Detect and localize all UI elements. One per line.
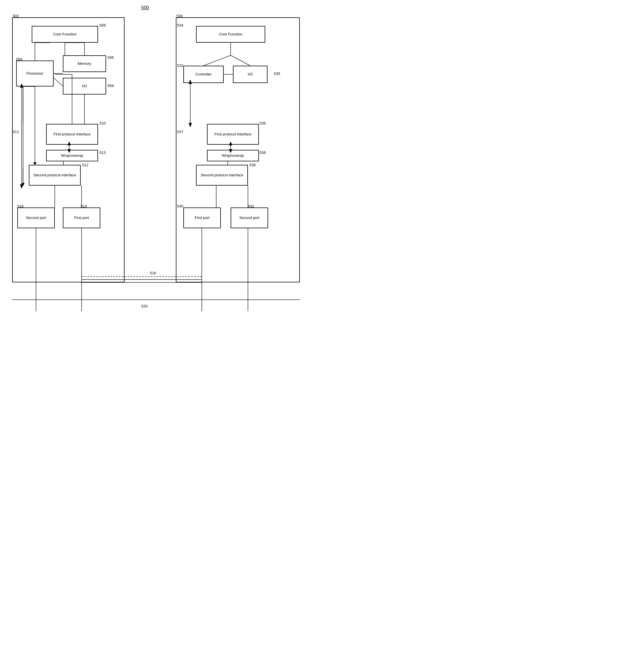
label-506: 506	[108, 55, 114, 59]
left-memory-box: Memory	[63, 55, 106, 72]
right-wrap-unwrap-label: Wrap/unwrap	[222, 153, 244, 158]
label-510: 510	[99, 121, 106, 125]
label-542: 542	[248, 204, 254, 208]
left-core-function-label: Core Function	[53, 32, 77, 37]
right-first-port-box: First port	[183, 208, 221, 228]
label-539: 539	[259, 150, 266, 155]
label-504: 504	[16, 57, 22, 62]
left-second-protocol-box: Second protocol interface	[29, 165, 81, 186]
right-first-port-label: First port	[194, 216, 209, 220]
label-537: 537	[177, 130, 183, 134]
label-502: 502	[13, 14, 19, 18]
label-511: 511	[13, 130, 19, 134]
left-io-box: I/O	[63, 78, 106, 95]
label-535: 535	[274, 71, 280, 76]
label-513: 513	[99, 150, 106, 155]
right-io-label: I/O	[248, 72, 253, 77]
right-second-protocol-label: Second protocol interface	[201, 173, 243, 178]
label-516: 516	[150, 271, 156, 275]
left-second-port-label: Second port	[26, 216, 46, 220]
left-wrap-unwrap-label: Wrap/unwrap	[61, 153, 83, 158]
left-second-protocol-label: Second protocol interface	[33, 173, 76, 178]
label-520: 520	[141, 304, 147, 308]
right-controller-label: Controller	[195, 72, 212, 77]
label-540: 540	[177, 204, 183, 208]
left-second-port-box: Second port	[17, 208, 55, 228]
right-controller-box: Controller	[183, 66, 224, 83]
left-first-protocol-label: First protocol interface	[54, 132, 91, 137]
main-title: 500	[141, 5, 149, 10]
label-512: 512	[82, 163, 89, 167]
left-processor-label: Processor	[26, 71, 44, 76]
left-wrap-unwrap-box: Wrap/unwrap	[46, 150, 98, 161]
right-second-port-label: Second port	[239, 216, 259, 220]
right-first-protocol-label: First protocol interface	[214, 132, 252, 137]
right-core-function-box: Core Function	[196, 26, 265, 43]
label-536: 536	[259, 121, 266, 125]
label-538: 538	[249, 163, 256, 167]
left-processor-box: Processor	[16, 61, 54, 87]
right-second-port-box: Second port	[231, 208, 268, 228]
left-first-port-box: First port	[63, 208, 100, 228]
left-first-port-label: First port	[74, 216, 89, 220]
right-core-function-label: Core Function	[219, 32, 242, 37]
label-534: 534	[177, 23, 183, 27]
right-wrap-unwrap-box: Wrap/unwrap	[207, 150, 259, 161]
left-core-function-box: Core Function	[32, 26, 98, 43]
label-532: 532	[177, 64, 183, 68]
label-509: 509	[108, 83, 114, 88]
label-508: 508	[99, 23, 106, 27]
right-io-box: I/O	[233, 66, 268, 83]
label-530: 530	[177, 14, 183, 18]
diagram: 500 502 Core Function 508 Processor 504 …	[0, 0, 312, 336]
label-514: 514	[81, 204, 87, 208]
label-518: 518	[17, 204, 24, 208]
left-memory-label: Memory	[78, 62, 91, 66]
left-first-protocol-box: First protocol interface	[46, 124, 98, 145]
left-io-label: I/O	[82, 84, 87, 89]
right-first-protocol-box: First protocol interface	[207, 124, 259, 145]
right-second-protocol-box: Second protocol interface	[196, 165, 248, 186]
